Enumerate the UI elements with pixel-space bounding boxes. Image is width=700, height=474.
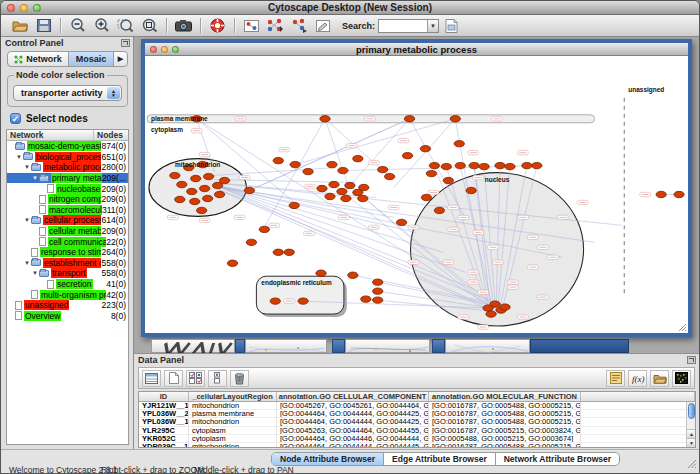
- first-neighbors-icon[interactable]: [266, 17, 285, 35]
- network-node[interactable]: [421, 194, 431, 200]
- network-node[interactable]: [469, 162, 479, 168]
- tree-row[interactable]: ▼metabolic process280(0): [7, 162, 128, 173]
- network-node[interactable]: [373, 279, 383, 285]
- network-node[interactable]: [227, 260, 237, 266]
- network-node[interactable]: [259, 226, 269, 232]
- background-frame-titlebar[interactable]: [530, 339, 629, 353]
- snapshot-camera-icon[interactable]: [174, 17, 193, 35]
- help-lifering-icon[interactable]: [208, 17, 227, 35]
- tab-mosaic[interactable]: Mosaic: [68, 52, 114, 66]
- save-session-icon[interactable]: [34, 17, 53, 35]
- network-node[interactable]: [384, 173, 394, 179]
- network-node[interactable]: [466, 187, 476, 193]
- table-column-header[interactable]: annotation.GO MOLECULAR_FUNCTION: [429, 392, 581, 401]
- network-node[interactable]: [191, 175, 201, 181]
- network-frame-titlebar[interactable]: primary metabolic process: [145, 43, 688, 56]
- background-frame-border[interactable]: [432, 339, 445, 353]
- tree-col-nodes[interactable]: Nodes: [93, 130, 128, 141]
- table-column-header[interactable]: ID: [139, 392, 189, 401]
- network-node[interactable]: [358, 195, 368, 201]
- network-node[interactable]: [177, 181, 187, 187]
- frame-resize-grip[interactable]: [678, 323, 687, 332]
- scroll-down-icon[interactable]: ▼: [687, 438, 696, 447]
- network-node[interactable]: [378, 166, 388, 172]
- table-column-header[interactable]: _cellularLayoutRegion: [189, 392, 277, 401]
- tree-expander-icon[interactable]: ▼: [23, 215, 31, 225]
- new-attribute-icon[interactable]: [164, 370, 183, 387]
- table-row[interactable]: YDR039C__1mitochondrion[GO:0044464, GO:0…: [139, 443, 695, 448]
- tree-row[interactable]: secretion41(0): [7, 279, 128, 290]
- network-node[interactable]: [532, 162, 542, 168]
- tab-network-attribute-browser[interactable]: Network Attribute Browser: [495, 453, 619, 465]
- network-node[interactable]: [345, 182, 355, 188]
- window-resize-grip[interactable]: [687, 455, 697, 473]
- network-node[interactable]: [290, 161, 300, 167]
- network-node[interactable]: [284, 249, 294, 255]
- tree-row[interactable]: response to stimulu264(0): [7, 247, 128, 258]
- tree-row[interactable]: macromolecule311(0): [7, 205, 128, 216]
- table-row[interactable]: YKR052Ccytoplasm[GO:0044464, GO:0044446,…: [139, 435, 695, 443]
- search-input[interactable]: [379, 20, 427, 32]
- network-node[interactable]: [298, 298, 308, 304]
- scrollbar-thumb[interactable]: [688, 403, 695, 419]
- tree-expander-icon[interactable]: ▼: [31, 268, 39, 278]
- network-node[interactable]: [202, 195, 212, 201]
- network-node[interactable]: [199, 185, 209, 191]
- network-node[interactable]: [214, 191, 224, 197]
- network-node[interactable]: [175, 196, 185, 202]
- table-row[interactable]: YPL036W__1mitochondrion[GO:0044464, GO:0…: [139, 418, 695, 426]
- select-attributes-icon[interactable]: [186, 370, 205, 387]
- tree-row[interactable]: nucleobase-209(0): [7, 183, 128, 194]
- network-node[interactable]: [317, 185, 327, 191]
- tree-row[interactable]: Overview8(0): [7, 311, 128, 322]
- network-node[interactable]: [522, 162, 532, 168]
- annotation-editor-icon[interactable]: [314, 17, 333, 35]
- unselect-attributes-icon[interactable]: [208, 370, 227, 387]
- tab-overflow-arrow-icon[interactable]: ▶: [114, 52, 127, 66]
- background-frame[interactable]: [445, 339, 530, 353]
- network-node[interactable]: [338, 167, 348, 173]
- background-frame[interactable]: [245, 339, 327, 353]
- attribute-label-icon[interactable]: [606, 370, 625, 387]
- tree-expander-icon[interactable]: ▼: [23, 162, 31, 172]
- network-node[interactable]: [674, 191, 684, 197]
- network-node[interactable]: [246, 239, 256, 245]
- network-node[interactable]: [219, 177, 229, 183]
- network-node[interactable]: [396, 219, 406, 225]
- network-node[interactable]: [486, 311, 496, 317]
- network-node[interactable]: [197, 207, 207, 213]
- network-node[interactable]: [490, 301, 500, 307]
- attribute-table-icon[interactable]: [142, 370, 161, 387]
- network-node[interactable]: [454, 140, 464, 146]
- zoom-selected-region-icon[interactable]: [116, 17, 135, 35]
- network-node[interactable]: [402, 152, 412, 158]
- network-node[interactable]: [359, 184, 369, 190]
- network-node[interactable]: [373, 288, 383, 294]
- matrix-view-icon[interactable]: [672, 370, 691, 387]
- tree-row[interactable]: ▼biological_process651(0): [7, 152, 128, 163]
- network-node[interactable]: [316, 270, 326, 276]
- tree-expander-icon[interactable]: ▼: [15, 152, 23, 162]
- table-row[interactable]: YJR121W__1mitochondrion[GO:0045267, GO:0…: [139, 402, 695, 410]
- table-row[interactable]: YLR295Ccytoplasm[GO:0045263, GO:0044464,…: [139, 427, 695, 435]
- tree-expander-icon[interactable]: ▼: [23, 258, 31, 268]
- network-node[interactable]: [203, 173, 213, 179]
- network-canvas[interactable]: plasma membranecytoplasmmitochondrionnuc…: [145, 56, 688, 333]
- network-node[interactable]: [273, 157, 283, 163]
- tree-row[interactable]: multi-organism pro42(0): [7, 289, 128, 300]
- network-node[interactable]: [273, 249, 283, 255]
- tree-row[interactable]: mosaic-demo-yeast874(0): [7, 141, 128, 152]
- tab-node-attribute-browser[interactable]: Node Attribute Browser: [272, 453, 383, 465]
- node-color-dropdown[interactable]: transporter activity ▲▼: [13, 85, 122, 101]
- network-node[interactable]: [337, 188, 347, 194]
- network-node[interactable]: [187, 188, 197, 194]
- network-node[interactable]: [443, 177, 453, 183]
- network-node[interactable]: [426, 170, 436, 176]
- network-node[interactable]: [348, 272, 358, 278]
- network-node[interactable]: [505, 163, 515, 169]
- network-node[interactable]: [190, 198, 200, 204]
- network-node[interactable]: [656, 191, 666, 197]
- expand-network-icon[interactable]: [290, 17, 309, 35]
- tab-network[interactable]: Network: [8, 52, 68, 66]
- network-node[interactable]: [170, 172, 180, 178]
